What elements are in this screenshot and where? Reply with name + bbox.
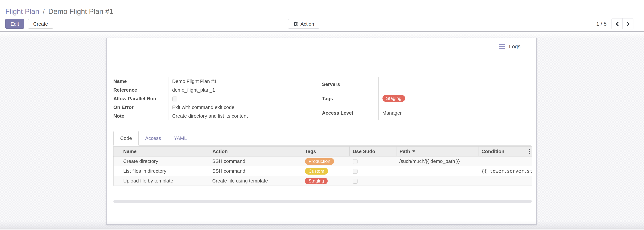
pager-buttons (612, 18, 634, 29)
field-label-access-level: Access Level (322, 106, 378, 120)
column-header-path[interactable]: Path (396, 146, 478, 156)
logs-button-label: Logs (509, 43, 520, 49)
field-value-name: Demo Flight Plan #1 (168, 77, 322, 86)
field-label-servers: Servers (322, 77, 378, 92)
table-row[interactable]: List files in directory SSH command Cust… (114, 166, 532, 176)
cell-action: SSH command (209, 156, 302, 166)
control-panel: Flight Plan / Demo Flight Plan #1 Edit C… (0, 0, 644, 32)
tag-badge-staging: Staging (382, 95, 405, 102)
optional-columns-icon[interactable] (529, 149, 530, 154)
column-header-tags[interactable]: Tags (302, 146, 350, 156)
field-groups: Name Demo Flight Plan #1 Reference demo_… (114, 77, 530, 120)
row-handle-cell (114, 156, 120, 166)
cell-action: SSH command (209, 166, 302, 176)
cell-condition (478, 176, 532, 186)
sort-desc-icon (412, 150, 415, 152)
column-header-handle (114, 146, 120, 156)
field-label-name: Name (114, 77, 168, 86)
tab-access[interactable]: Access (139, 131, 168, 145)
field-label-note: Note (114, 112, 168, 120)
tab-code[interactable]: Code (114, 131, 139, 145)
gear-icon (293, 21, 298, 26)
field-value-servers (378, 77, 530, 92)
breadcrumb-parent-link[interactable]: Flight Plan (5, 7, 39, 15)
row-handle-cell (114, 176, 120, 186)
pager-previous-button[interactable] (612, 18, 622, 29)
cell-path: /such/much/{{ demo_path }} (396, 156, 478, 166)
form-sheet: Logs Name Demo Flight Plan #1 Reference … (106, 38, 537, 225)
field-row-reference: Reference demo_flight_plan_1 (114, 86, 322, 94)
table-header-row: Name Action Tags Use Sudo Path Condition (114, 146, 532, 156)
form-view-background: Logs Name Demo Flight Plan #1 Reference … (0, 32, 644, 230)
field-value-on-error: Exit with command exit code (168, 103, 322, 112)
tab-yaml[interactable]: YAML (168, 131, 193, 145)
chevron-left-icon (616, 21, 619, 26)
pager-next-button[interactable] (622, 18, 633, 29)
tag-badge-staging: Staging (305, 177, 328, 184)
field-label-tags: Tags (322, 92, 378, 106)
tag-badge-production: Production (305, 158, 334, 165)
field-value-reference: demo_flight_plan_1 (168, 86, 322, 94)
action-button-label: Action (300, 21, 314, 27)
pager-counter: 1 / 5 (596, 21, 607, 27)
cell-name: Create directory (120, 156, 209, 166)
column-header-condition[interactable]: Condition (478, 146, 532, 156)
edit-button[interactable]: Edit (5, 19, 24, 29)
field-row-name: Name Demo Flight Plan #1 (114, 77, 322, 86)
field-value-access-level: Manager (378, 106, 530, 120)
cell-action: Create file using template (209, 176, 302, 186)
notebook-tabs: Code Access YAML (114, 130, 530, 145)
pager: 1 / 5 (596, 18, 634, 29)
action-button[interactable]: Action (288, 19, 319, 29)
cell-name: Upload file by template (120, 176, 209, 186)
field-label-reference: Reference (114, 86, 168, 94)
allow-parallel-run-checkbox[interactable] (172, 97, 177, 102)
breadcrumb: Flight Plan / Demo Flight Plan #1 (5, 7, 639, 15)
field-value-note: Create directory and list its content (168, 112, 322, 120)
field-label-on-error: On Error (114, 103, 168, 112)
field-row-note: Note Create directory and list its conte… (114, 112, 322, 120)
use-sudo-checkbox[interactable] (352, 159, 357, 164)
cell-path (396, 166, 478, 176)
cell-condition: {{ tower.server.st (478, 166, 532, 176)
field-row-allow-parallel-run: Allow Parallel Run (114, 94, 322, 103)
create-button[interactable]: Create (28, 19, 53, 29)
field-row-servers: Servers (322, 77, 530, 92)
cell-name: List files in directory (120, 166, 209, 176)
bottom-bar (0, 228, 644, 230)
cell-condition (478, 156, 532, 166)
breadcrumb-current: Demo Flight Plan #1 (48, 7, 113, 15)
form-header: Logs (106, 38, 536, 55)
field-row-tags: Tags Staging (322, 92, 530, 106)
cell-path (396, 176, 478, 186)
tag-badge-custom: Custom (305, 168, 328, 174)
field-group-right: Servers Tags Staging Access Level Manage… (322, 77, 530, 120)
field-row-access-level: Access Level Manager (322, 106, 530, 120)
column-header-name[interactable]: Name (120, 146, 209, 156)
table-row[interactable]: Upload file by template Create file usin… (114, 176, 532, 186)
row-handle-cell (114, 166, 120, 176)
command-list: Name Action Tags Use Sudo Path Condition… (114, 146, 532, 186)
field-group-left: Name Demo Flight Plan #1 Reference demo_… (114, 77, 322, 120)
top-fade (0, 32, 644, 38)
chevron-right-icon (626, 21, 630, 26)
button-row: Edit Create Action 1 / 5 (5, 19, 639, 29)
field-label-allow-parallel-run: Allow Parallel Run (114, 94, 168, 103)
table-row[interactable]: Create directory SSH command Production … (114, 156, 532, 166)
use-sudo-checkbox[interactable] (352, 169, 357, 174)
horizontal-scrollbar[interactable] (114, 200, 532, 203)
column-header-action[interactable]: Action (209, 146, 302, 156)
logs-stat-button[interactable]: Logs (483, 38, 536, 55)
use-sudo-checkbox[interactable] (352, 179, 357, 184)
field-row-on-error: On Error Exit with command exit code (114, 103, 322, 112)
logs-list-icon (499, 44, 505, 49)
breadcrumb-separator: / (41, 7, 46, 15)
column-header-use-sudo[interactable]: Use Sudo (350, 146, 396, 156)
